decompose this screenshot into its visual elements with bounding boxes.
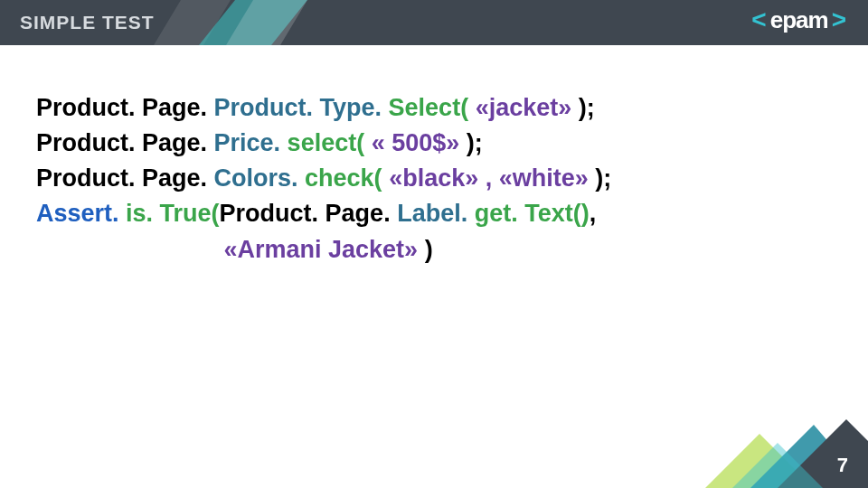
slide-header: SIMPLE TEST < epam > xyxy=(0,0,868,45)
logo-open-bracket: < xyxy=(751,7,766,33)
logo-word: epam xyxy=(770,8,828,32)
svg-marker-6 xyxy=(732,443,823,488)
brand-logo: < epam > xyxy=(751,7,846,33)
slide-title: SIMPLE TEST xyxy=(0,12,155,33)
code-line-2: Product. Page. Price. select( « 500$» ); xyxy=(36,126,841,161)
code-block: Product. Page. Product. Type. Select( «j… xyxy=(0,45,868,267)
code-line-1: Product. Page. Product. Type. Select( «j… xyxy=(36,90,841,126)
svg-marker-5 xyxy=(778,419,868,488)
svg-marker-4 xyxy=(750,425,868,488)
page-number: 7 xyxy=(837,454,848,477)
svg-marker-3 xyxy=(705,434,814,488)
logo-close-bracket: > xyxy=(832,7,846,33)
corner-accent-shape xyxy=(669,416,868,488)
code-line-5: «Armani Jacket» ) xyxy=(36,232,841,267)
code-line-4: Assert. is. True(Product. Page. Label. g… xyxy=(36,196,841,231)
code-line-3: Product. Page. Colors. check( «black» , … xyxy=(36,161,841,196)
